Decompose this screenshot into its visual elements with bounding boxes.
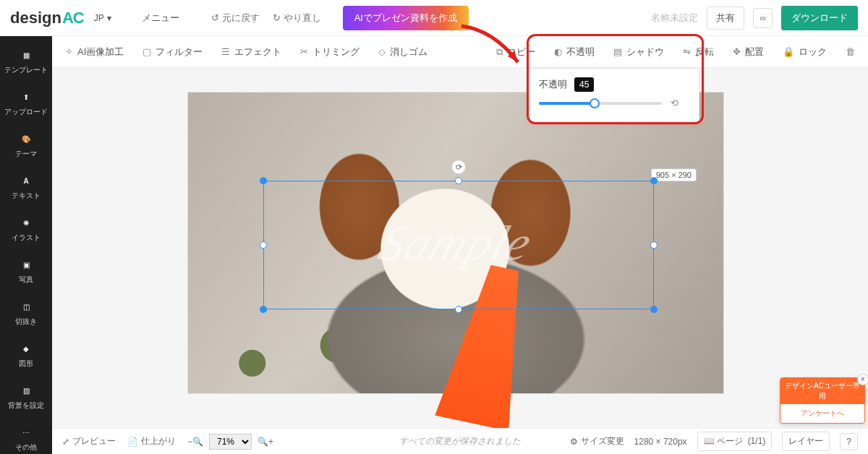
flip-icon: ⇋ [683,46,691,57]
tool-flip[interactable]: ⇋反転 [683,46,714,59]
sparkle-icon: ✺ [19,215,33,230]
image-icon: ▣ [19,257,33,272]
opacity-label: 不透明 [539,78,567,91]
resize-handle-b[interactable] [455,306,462,313]
undo-icon: ↺ [211,12,219,23]
resize-handle-t[interactable] [455,177,462,184]
redo-button[interactable]: ↻やり直し [273,12,321,25]
resize-handle-l[interactable] [260,241,267,249]
app-logo: designAC [10,9,84,27]
lang-code: JP [94,13,104,23]
sidebar-item-photo[interactable]: ▣写真 [0,250,52,292]
tool-effect[interactable]: ☰エフェクト [221,46,281,59]
tool-delete[interactable]: 🗑 [846,46,855,57]
sidebar-item-text[interactable]: Aテキスト [0,166,52,208]
gear-icon: ⚙ [570,437,578,447]
tool-eraser[interactable]: ◇消しゴム [378,46,427,59]
language-selector[interactable]: JP ▾ [94,13,111,23]
sidebar-more[interactable]: ⋯その他 [0,418,52,454]
palette-icon: 🎨 [19,132,33,146]
left-sidebar: ▦テンプレート ⬆アップロード 🎨テーマ Aテキスト ✺イラスト ▣写真 ◫切抜… [0,36,52,454]
resize-handle-tr[interactable] [650,177,658,184]
more-icon: ⋯ [19,425,33,440]
undo-button[interactable]: ↺元に戻す [211,12,260,25]
canvas-size-label: 1280 × 720px [634,437,687,447]
page-indicator[interactable]: 📖 ページ (1/1) [697,432,773,451]
bottom-bar: ⤢プレビュー 📄仕上がり −🔍 71% 🔍+ すべての変更が保存されました ⚙サ… [52,428,868,454]
pattern-icon: ▨ [19,383,33,398]
sidebar-item-upload[interactable]: ⬆アップロード [0,82,52,124]
sidebar-item-cutout[interactable]: ◫切抜き [0,292,52,334]
download-button[interactable]: ダウンロード [781,6,858,30]
sidebar-item-illust[interactable]: ✺イラスト [0,208,52,250]
logo-suffix: AC [62,9,84,27]
sidebar-item-shape[interactable]: ◆図形 [0,334,52,376]
zoom-out-icon[interactable]: −🔍 [187,437,203,447]
zoom-in-icon[interactable]: 🔍+ [258,437,273,447]
tool-opacity[interactable]: ◐不透明 [554,46,595,59]
text-icon: A [19,174,33,188]
design-page[interactable]: Sample ⟳ 905 × 290 [188,93,723,393]
preview-button[interactable]: ⤢プレビュー [62,435,116,447]
tool-filter[interactable]: ▢フィルター [142,46,203,59]
design-name-input[interactable]: 名称未設定 [651,12,698,25]
selection-frame[interactable]: ⟳ 905 × 290 [263,181,654,309]
autosave-status: すべての変更が保存されました [399,435,521,447]
lock-icon: 🔒 [783,46,794,57]
selection-dimensions: 905 × 290 [651,168,697,181]
rotate-handle[interactable]: ⟳ [451,160,466,174]
ai-create-button[interactable]: AIでプレゼン資料を作成 [343,6,469,30]
help-button[interactable]: ? [840,433,858,450]
opacity-slider[interactable] [539,102,662,105]
eraser-icon: ◇ [378,46,386,57]
close-icon[interactable]: × [857,374,868,385]
page-icon: 📄 [127,437,138,447]
sidebar-item-template[interactable]: ▦テンプレート [0,40,52,82]
zoom-select[interactable]: 71% [209,434,252,450]
tool-lock[interactable]: 🔒ロック [783,46,827,59]
book-icon: 📖 [704,436,717,446]
resize-handle-br[interactable] [650,306,658,313]
share-button[interactable]: 共有 [707,7,744,30]
layer-button[interactable]: レイヤー [782,432,830,451]
tool-ai-edit[interactable]: ✧AI画像加工 [65,46,124,59]
annotation-arrow [454,22,534,80]
cutout-icon: ◫ [19,299,33,314]
menu-label[interactable]: メニュー [142,12,179,25]
opacity-value-badge: 45 [574,77,594,92]
canvas-area[interactable]: Sample ⟳ 905 × 290 [52,68,868,428]
share-link-icon[interactable]: ∞ [753,8,773,28]
logo-prefix: design [10,9,61,27]
expand-icon: ⤢ [62,437,69,447]
tool-shadow[interactable]: ▤シャドウ [613,46,664,59]
chevron-down-icon: ▾ [107,13,111,23]
slider-knob[interactable] [590,98,600,108]
finishing-button[interactable]: 📄仕上がり [127,435,176,447]
survey-head: デザインACユーザー専用 [780,378,864,404]
sidebar-item-background[interactable]: ▨背景を設定 [0,376,52,418]
upload-icon: ⬆ [19,90,33,104]
survey-link[interactable]: アンケートへ [780,404,864,423]
arrange-icon: ✥ [733,46,741,57]
opacity-popover: 不透明 45 ⟲ [528,68,699,122]
sidebar-item-theme[interactable]: 🎨テーマ [0,124,52,166]
resize-handle-r[interactable] [650,241,658,249]
filter-icon: ▢ [142,46,151,57]
tool-crop[interactable]: ✂トリミング [300,46,359,59]
tool-arrange[interactable]: ✥配置 [733,46,764,59]
effect-icon: ☰ [221,46,230,57]
opacity-icon: ◐ [554,46,562,57]
resize-handle-tl[interactable] [260,177,267,184]
shadow-icon: ▤ [613,46,622,57]
crop-icon: ✂ [300,46,308,57]
template-icon: ▦ [19,48,33,62]
shapes-icon: ◆ [19,341,33,356]
survey-popup: × デザインACユーザー専用 アンケートへ [780,377,865,424]
trash-icon: 🗑 [846,46,855,57]
resize-handle-bl[interactable] [260,306,267,313]
resize-button[interactable]: ⚙サイズ変更 [570,435,624,447]
wand-icon: ✧ [65,46,73,57]
reset-icon[interactable]: ⟲ [671,98,678,108]
redo-icon: ↻ [273,12,281,23]
